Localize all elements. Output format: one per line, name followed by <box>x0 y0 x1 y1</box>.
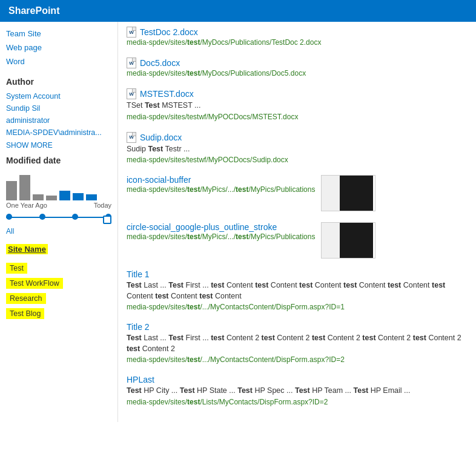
result-hplast: HPLast Test HP City ... Test HP State ..… <box>127 375 468 406</box>
date-all-link[interactable]: All <box>6 227 111 236</box>
sidebar-item-webpage[interactable]: Web page <box>6 41 111 54</box>
site-tag-test[interactable]: Test <box>6 262 111 275</box>
result-circle-social-inner: circle-social_google-plus_outline_stroke… <box>127 222 468 259</box>
result-title-hplast[interactable]: HPLast <box>127 375 154 384</box>
bar-4 <box>46 196 57 200</box>
result-url-mstest: media-spdev/sites/testwf/MyPOCDocs/MSTES… <box>127 113 468 121</box>
show-more-link[interactable]: SHOW MORE <box>6 141 111 150</box>
site-tag-testblog[interactable]: Test Blog <box>6 307 111 320</box>
result-title-doc5[interactable]: Doc5.docx <box>140 58 180 68</box>
result-testdoc2: W TestDoc 2.docx media-spdev/sites/test/… <box>127 27 468 47</box>
result-title-title2[interactable]: Title 2 <box>127 322 150 332</box>
header: SharePoint <box>0 0 476 22</box>
author-section-title: Author <box>6 77 111 87</box>
result-url-circle-social: media-spdev/sites/test/MyPics/.../test/M… <box>127 232 315 241</box>
result-url-title2: media-spdev/sites/test/.../MyContactsCon… <box>127 355 468 364</box>
sitename-section: Site Name Test Test WorkFlow Research Te… <box>6 244 111 320</box>
result-doc5: W Doc5.docx media-spdev/sites/test/MyDoc… <box>127 58 468 77</box>
thumb-white-1 <box>322 176 340 211</box>
author-list: System Account Sundip Sil administrator … <box>6 90 111 150</box>
author-item-0[interactable]: System Account <box>6 90 111 102</box>
date-label-right: Today <box>94 202 111 209</box>
sidebar-nav: Team Site Web page Word <box>6 27 111 68</box>
result-url-title1: media-spdev/sites/test/.../MyContactsCon… <box>127 303 468 311</box>
thumb-black-1 <box>340 176 373 211</box>
slider-dot-1 <box>6 214 12 220</box>
date-labels: One Year Ago Today <box>6 202 111 209</box>
doc-icon-mstest: W <box>127 88 137 99</box>
slider-dot-2 <box>39 214 45 220</box>
doc-icon-testdoc2: W <box>127 27 137 38</box>
header-title: SharePoint <box>8 5 59 16</box>
result-snippet-hplast: Test HP City ... Test HP State ... Test … <box>127 386 468 397</box>
result-snippet-title1: Test Last ... Test First ... test Conten… <box>127 280 468 302</box>
result-circle-social: circle-social_google-plus_outline_stroke… <box>127 222 468 259</box>
sidebar-item-teamsite[interactable]: Team Site <box>6 27 111 41</box>
doc-icon-sudip: W <box>127 132 137 143</box>
slider-dots <box>6 214 111 220</box>
date-slider[interactable] <box>6 211 111 223</box>
bar-7 <box>86 194 97 200</box>
bar-1 <box>6 181 17 200</box>
site-tag-workflow[interactable]: Test WorkFlow <box>6 277 111 290</box>
result-snippet-title2: Test Last ... Test First ... test Conten… <box>127 333 468 354</box>
result-title-title1[interactable]: Title 1 <box>127 269 150 279</box>
site-tag-research[interactable]: Research <box>6 292 111 305</box>
sidebar-item-word[interactable]: Word <box>6 54 111 68</box>
date-chart <box>6 170 111 200</box>
sitename-section-title: Site Name <box>6 244 48 254</box>
result-mstest: W MSTEST.docx TSet Test MSTEST ... media… <box>127 88 468 121</box>
thumb-black-2 <box>340 223 373 258</box>
date-section-title: Modified date <box>6 156 111 165</box>
result-url-sudip: media-spdev/sites/testwf/MyPOCDocs/Sudip… <box>127 156 468 164</box>
result-snippet-sudip: Sudip Test Testr ... <box>127 144 468 155</box>
result-title-sudip[interactable]: Sudip.docx <box>140 133 182 142</box>
result-thumb-circle-social <box>321 222 375 259</box>
result-icon-social-inner: icon-social-buffer media-spdev/sites/tes… <box>127 175 468 211</box>
result-title-mstest[interactable]: MSTEST.docx <box>140 89 194 99</box>
bar-6 <box>73 193 84 200</box>
main-content: W TestDoc 2.docx media-spdev/sites/test/… <box>118 22 476 422</box>
result-title-icon-social[interactable]: icon-social-buffer <box>127 175 191 185</box>
result-icon-social-text: icon-social-buffer media-spdev/sites/tes… <box>127 175 315 194</box>
result-url-icon-social: media-spdev/sites/test/MyPics/.../test/M… <box>127 185 315 194</box>
result-title2: Title 2 Test Last ... Test First ... tes… <box>127 322 468 364</box>
date-section: Modified date One Year Ago Today <box>6 156 111 236</box>
result-url-hplast: media-spdev/sites/test/Lists/MyContacts/… <box>127 398 468 406</box>
result-icon-social: icon-social-buffer media-spdev/sites/tes… <box>127 175 468 211</box>
result-sudip: W Sudip.docx Sudip Test Testr ... media-… <box>127 132 468 165</box>
bar-3 <box>33 194 44 200</box>
result-title-circle-social[interactable]: circle-social_google-plus_outline_stroke <box>127 222 277 232</box>
result-snippet-mstest: TSet Test MSTEST ... <box>127 101 468 111</box>
slider-end <box>103 216 111 224</box>
result-url-testdoc2: media-spdev/sites/test/MyDocs/Publicatio… <box>127 38 468 47</box>
thumb-white-2 <box>322 223 340 258</box>
author-item-2[interactable]: administrator <box>6 114 111 127</box>
result-title1: Title 1 Test Last ... Test First ... tes… <box>127 269 468 311</box>
author-item-1[interactable]: Sundip Sil <box>6 102 111 114</box>
bar-2 <box>19 175 30 200</box>
author-item-3[interactable]: MEDIA-SPDEV\administra... <box>6 127 111 139</box>
result-url-doc5: media-spdev/sites/test/MyDocs/Publicatio… <box>127 69 468 77</box>
bar-5 <box>59 191 70 200</box>
result-circle-social-text: circle-social_google-plus_outline_stroke… <box>127 222 315 241</box>
result-title-testdoc2[interactable]: TestDoc 2.docx <box>140 27 198 37</box>
date-label-left: One Year Ago <box>6 202 47 209</box>
sidebar: Team Site Web page Word Author System Ac… <box>0 22 118 422</box>
doc-icon-doc5: W <box>127 58 137 68</box>
result-thumb-icon-social <box>321 175 375 211</box>
slider-dot-3 <box>72 214 78 220</box>
